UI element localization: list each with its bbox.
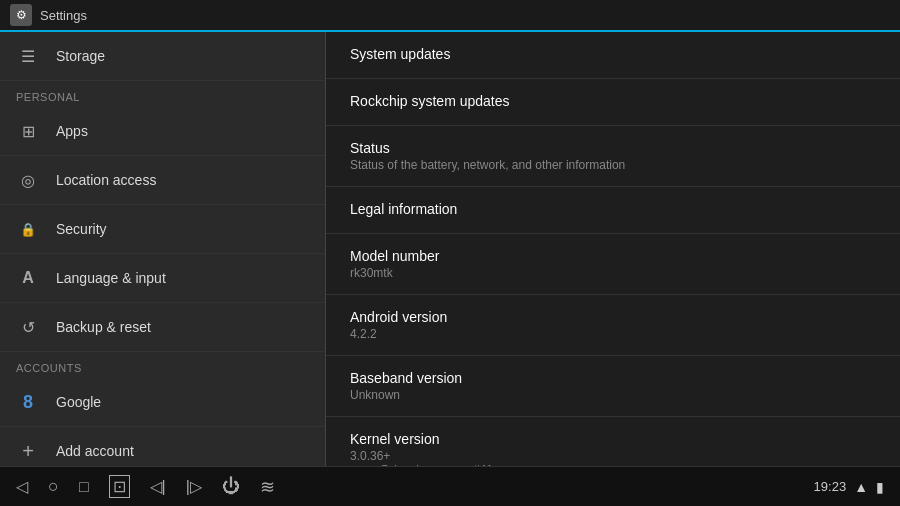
section-accounts: ACCOUNTS [0,352,325,378]
content-item-model[interactable]: Model number rk30mtk [326,234,900,295]
content-subtitle-model: rk30mtk [350,266,876,280]
sidebar-label-backup: Backup & reset [56,319,151,335]
battery-icon: ▮ [876,479,884,495]
sidebar-label-location: Location access [56,172,156,188]
sidebar-label-language: Language & input [56,270,166,286]
storage-icon [16,44,40,68]
content-title-system-updates: System updates [350,46,876,62]
content-subtitle-kernel: 3.0.36+ arron@develop-server #41 Sat Jun… [350,449,876,466]
vol-down-button[interactable]: ◁| [150,477,166,496]
content-title-status: Status [350,140,876,156]
content-title-android-version: Android version [350,309,876,325]
content-subtitle-baseband: Unknown [350,388,876,402]
content-title-rockchip-updates: Rockchip system updates [350,93,876,109]
recents-button[interactable]: □ [79,478,89,496]
backup-icon [16,315,40,339]
power-button[interactable]: ⏻ [222,476,240,497]
vol-up-button[interactable]: |▷ [186,477,202,496]
back-button[interactable]: ◁ [16,477,28,496]
sidebar-label-storage: Storage [56,48,105,64]
content-title-legal: Legal information [350,201,876,217]
content-title-kernel: Kernel version [350,431,876,447]
sidebar-label-google: Google [56,394,101,410]
add-icon [16,439,40,463]
window-title: Settings [40,8,87,23]
home-button[interactable]: ○ [48,476,59,497]
content-item-system-updates[interactable]: System updates [326,32,900,79]
time-display: 19:23 [814,479,847,494]
sidebar-item-location[interactable]: Location access [0,156,325,205]
sidebar-item-language[interactable]: Language & input [0,254,325,303]
sidebar-label-security: Security [56,221,107,237]
google-icon [16,390,40,414]
content-item-legal[interactable]: Legal information [326,187,900,234]
section-personal: PERSONAL [0,81,325,107]
sidebar-item-security[interactable]: Security [0,205,325,254]
sidebar-label-apps: Apps [56,123,88,139]
bottom-bar: ◁ ○ □ ⊡ ◁| |▷ ⏻ ≋ 19:23 ▲ ▮ [0,466,900,506]
app-icon: ⚙ [10,4,32,26]
menu-button[interactable]: ≋ [260,476,275,498]
screenshot-button[interactable]: ⊡ [109,475,130,498]
content-title-baseband: Baseband version [350,370,876,386]
content-panel: System updates Rockchip system updates S… [325,32,900,466]
sidebar-item-google[interactable]: Google [0,378,325,427]
content-item-status[interactable]: Status Status of the battery, network, a… [326,126,900,187]
content-item-baseband[interactable]: Baseband version Unknown [326,356,900,417]
title-bar: ⚙ Settings [0,0,900,32]
content-subtitle-android-version: 4.2.2 [350,327,876,341]
apps-icon [16,119,40,143]
sidebar-item-add-account[interactable]: Add account [0,427,325,466]
sidebar-item-backup[interactable]: Backup & reset [0,303,325,352]
sidebar-label-add-account: Add account [56,443,134,459]
content-item-kernel[interactable]: Kernel version 3.0.36+ arron@develop-ser… [326,417,900,466]
security-icon [16,217,40,241]
wifi-icon: ▲ [854,479,868,495]
content-item-android-version[interactable]: Android version 4.2.2 [326,295,900,356]
sidebar-item-apps[interactable]: Apps [0,107,325,156]
main-layout: Storage PERSONAL Apps Location access Se… [0,32,900,466]
nav-icons: ◁ ○ □ ⊡ ◁| |▷ ⏻ ≋ [16,475,275,498]
language-icon [16,266,40,290]
sidebar-item-storage[interactable]: Storage [0,32,325,81]
content-title-model: Model number [350,248,876,264]
status-bar: 19:23 ▲ ▮ [814,479,884,495]
sidebar: Storage PERSONAL Apps Location access Se… [0,32,325,466]
content-item-rockchip-updates[interactable]: Rockchip system updates [326,79,900,126]
content-subtitle-status: Status of the battery, network, and othe… [350,158,876,172]
location-icon [16,168,40,192]
